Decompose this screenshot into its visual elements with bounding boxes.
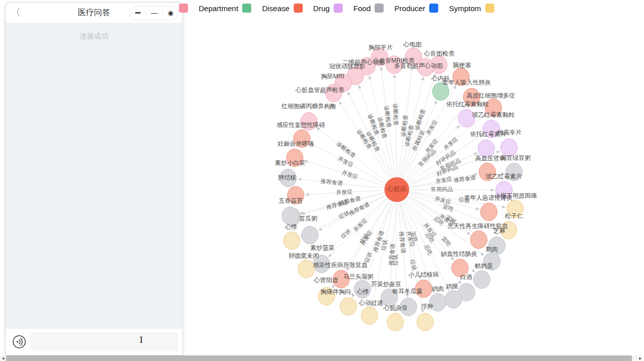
graph-legend: DepartmentDiseaseDrugFoodProducerSymptom: [179, 2, 494, 14]
edge-arrow-icon: [502, 205, 505, 208]
edge-label: 并发症: [341, 169, 359, 180]
legend-swatch: [375, 4, 384, 13]
legend-label: Disease: [262, 4, 289, 13]
edge-label: 并发症: [434, 195, 452, 205]
edge-arrow-icon: [339, 101, 342, 105]
node-label: 芥菜炒蚕豆: [371, 281, 401, 288]
more-menu-icon[interactable]: •••: [130, 7, 146, 20]
scroll-right-arrow-icon[interactable]: ▶: [636, 355, 644, 361]
node-label: 心动过速: [358, 299, 383, 306]
edge-label: 忌吃: [423, 243, 434, 256]
voice-icon[interactable]: [12, 335, 26, 349]
node-label: 苦瓜粥: [299, 215, 317, 222]
edge-label: 推荐食谱: [320, 178, 344, 187]
legend-item-symptom[interactable]: Symptom: [449, 4, 494, 13]
edge-label: 并发症: [425, 118, 439, 136]
input-bar: [6, 328, 182, 355]
node-label: 马兰头菜粥: [343, 273, 374, 280]
node-label: 地高辛片: [497, 129, 522, 136]
node-label: 五香蒜苔: [279, 197, 303, 204]
legend-item-hidden[interactable]: [179, 4, 188, 13]
edge-arrow-icon: [369, 75, 372, 79]
message-input[interactable]: [30, 332, 178, 351]
node-label: 冠状动脉造影: [329, 63, 365, 70]
horizontal-scrollbar[interactable]: ◀ ▶: [0, 355, 644, 361]
node-label: 卵圆窝未闭: [289, 252, 319, 259]
edge-arrow-icon: [358, 85, 361, 89]
node-label: 胸部MRI: [321, 73, 344, 80]
legend-label: Drug: [313, 4, 330, 13]
edge-label: 常用药品: [431, 186, 453, 192]
graph-node[interactable]: [361, 307, 378, 325]
edge-arrow-icon: [458, 281, 462, 285]
graph-node[interactable]: [481, 203, 497, 221]
scrollbar-thumb[interactable]: [6, 355, 632, 361]
edge-label: 诊断检查: [393, 103, 399, 126]
graph-node[interactable]: [302, 227, 318, 244]
node-label: 琥乙红霉素颗粒: [472, 111, 515, 118]
legend-item-producer[interactable]: Producer: [394, 4, 438, 13]
minimize-icon[interactable]: —: [146, 7, 162, 20]
node-label: 感染性疾病所致贫血: [313, 261, 367, 268]
node-label: 素炒小白菜: [275, 159, 305, 166]
node-label: 松子仁: [505, 212, 523, 219]
legend-item-drug[interactable]: Drug: [313, 4, 343, 13]
node-label: 胸部平片: [369, 44, 393, 51]
edge-label: 并发症: [336, 189, 353, 196]
node-label: 心脏血管超声检查: [295, 86, 344, 94]
graph-node[interactable]: [471, 231, 487, 249]
close-icon[interactable]: ◉: [163, 7, 178, 20]
graph-node[interactable]: [282, 207, 299, 225]
node-label: 小指不明原因痛: [494, 192, 537, 199]
node-label: 妊娠合并哮喘: [278, 140, 314, 147]
node-label: 先天性再生障碍性贫血: [447, 222, 508, 230]
graph-node[interactable]: [387, 313, 404, 331]
graph-node[interactable]: [340, 298, 357, 315]
node-label: 心电图: [403, 41, 422, 48]
legend-label: Producer: [394, 4, 425, 13]
graph-node[interactable]: [445, 291, 462, 308]
graph-node[interactable]: [474, 271, 490, 289]
legend-label: Department: [199, 4, 238, 13]
center-node-label: 心脏病: [387, 185, 407, 193]
graph-node[interactable]: [284, 232, 300, 250]
edge-label: 宜吃: [442, 203, 455, 212]
node-label: 鸡腿: [445, 283, 458, 290]
node-label: 鹌鹑蛋: [474, 262, 493, 269]
edge-arrow-icon: [467, 232, 471, 235]
scroll-left-arrow-icon[interactable]: ◀: [0, 355, 6, 361]
edge-arrow-icon: [421, 76, 424, 80]
node-label: 白酒: [460, 274, 472, 281]
capsule-buttons: ••• — ◉: [129, 6, 178, 20]
node-label: 鹅肉: [486, 246, 498, 253]
edge-arrow-icon: [476, 207, 480, 210]
edge-label: 症状: [340, 228, 352, 240]
edge-label: 并发症: [352, 216, 369, 233]
node-label: 高原红细胞增多症: [467, 92, 515, 99]
edge-label: 诊断检查: [335, 140, 357, 159]
legend-item-department[interactable]: Department: [199, 4, 251, 13]
graph-node[interactable]: [417, 313, 434, 331]
legend-label: Food: [353, 4, 371, 13]
edge-arrow-icon: [332, 285, 335, 289]
edge-arrow-icon: [491, 189, 494, 192]
edge-arrow-icon: [393, 74, 396, 78]
graph-node[interactable]: [298, 260, 315, 278]
node-label: 心音图检查: [424, 50, 454, 57]
back-icon[interactable]: 〈: [6, 6, 26, 19]
node-label: 心肾阳虚: [313, 277, 338, 284]
legend-item-disease[interactable]: Disease: [262, 4, 302, 13]
node-label: 浮肿: [421, 303, 433, 310]
miniprogram-window: 〈 医疗问答 ••• — ◉ 连接成功 I: [5, 2, 183, 355]
legend-swatch: [485, 4, 494, 13]
chat-area: 连接成功: [6, 23, 182, 328]
legend-item-food[interactable]: Food: [353, 4, 384, 13]
edge-arrow-icon: [496, 151, 500, 154]
node-label: 胸痛伴胸闷、心悸: [320, 288, 369, 295]
edge-arrow-icon: [298, 178, 301, 181]
edge-label: 推荐食谱: [453, 174, 477, 184]
node-label: 鸡肉: [431, 285, 444, 292]
node-label: 琥乙红霉素片: [486, 173, 522, 180]
node-label: 心脏杂音: [383, 304, 408, 311]
legend-label: Symptom: [449, 4, 481, 13]
